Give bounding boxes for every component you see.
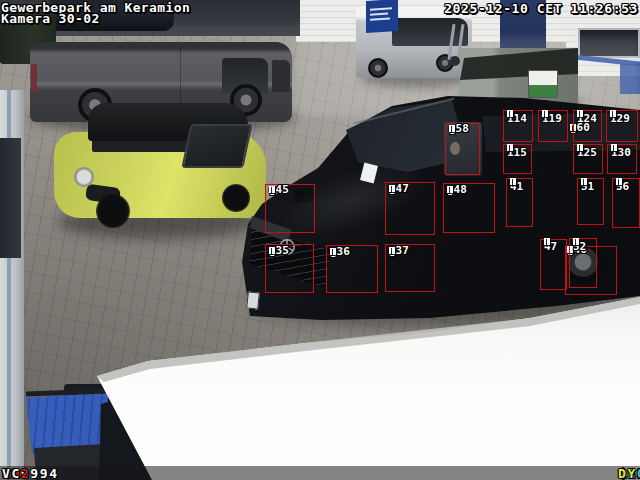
cctv-camera-frame: g45g47g48g35g36g37g58g60g461141191241291… xyxy=(0,0,640,480)
status-item-vc: VC xyxy=(2,466,21,480)
detection-overlay: g45g47g48g35g36g37g58g60g461141191241291… xyxy=(0,0,640,480)
camera-id-label: Kamera 30-02 xyxy=(1,11,100,26)
timestamp-label: 2025-12-10 CET 11:26:53 xyxy=(444,1,638,16)
status-item-dy: DY xyxy=(618,466,637,480)
status-bar: 189994ECVMVM2VC (IP)FSRECDY xyxy=(0,466,640,480)
